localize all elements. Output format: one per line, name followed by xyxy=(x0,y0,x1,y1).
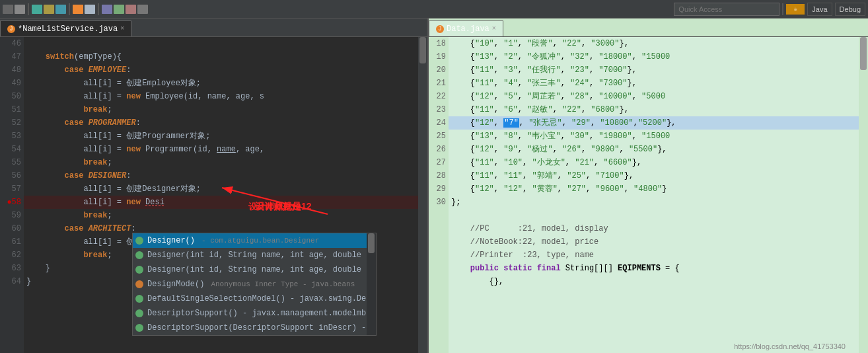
right-line-eqipments: public static final String[][] EQIPMENTS… xyxy=(449,262,859,275)
code-line-48: case EMPLOYEE: xyxy=(24,63,418,77)
ln-64: 64 xyxy=(3,275,21,288)
right-tab-bar: J Data.java × xyxy=(429,19,868,37)
ac-scrollbar[interactable] xyxy=(367,233,376,335)
toolbar-icon-10[interactable] xyxy=(137,5,148,14)
ac-icon-5 xyxy=(135,309,143,317)
right-line-comment2: //NoteBook:22, model, price xyxy=(449,235,859,249)
ln-51: 51 xyxy=(3,103,21,116)
code-line-56: case DESIGNER: xyxy=(24,169,418,182)
ln-48: 48 xyxy=(3,63,21,77)
right-line-18: {"10", "1", "段誉", "22", "3000"}, xyxy=(449,37,859,50)
ln-50: 50 xyxy=(3,90,21,103)
toolbar-java-icon: ☕ xyxy=(786,4,805,15)
ac-icon-6 xyxy=(135,324,143,332)
right-line-eqipments2: {}, xyxy=(449,275,859,288)
right-line-30: }; xyxy=(449,196,859,209)
code-line-59: break; xyxy=(24,209,418,222)
ln-53: 53 xyxy=(3,130,21,143)
right-line-22: {"12", "5", "周芷若", "28", "10000", "5000 xyxy=(449,90,859,103)
code-line-51: break; xyxy=(24,103,418,116)
ln-58: ●58 xyxy=(3,196,21,209)
right-tab-active[interactable]: J Data.java × xyxy=(429,20,503,36)
ln-46: 46 xyxy=(3,37,21,50)
autocomplete-dropdown[interactable]: Designer() - com.atguigu.bean.Designer D… xyxy=(132,233,377,336)
ac-icon-3 xyxy=(135,280,143,288)
toolbar-sep-2 xyxy=(69,3,70,15)
ln-47: 47 xyxy=(3,50,21,63)
autocomplete-item-0[interactable]: Designer() - com.atguigu.bean.Designer xyxy=(133,233,376,248)
ac-label-5: DescriptorSupport() - javax.management.m… xyxy=(147,306,376,321)
ln-57: 57 xyxy=(3,182,21,196)
ln-61: 61 xyxy=(3,235,21,249)
ln-62: 62 xyxy=(3,249,21,262)
toolbar: ☕ Java Debug xyxy=(0,0,868,19)
java-perspective-btn[interactable]: Java xyxy=(807,3,832,16)
code-line-58: all[i] = new Desi xyxy=(24,196,418,209)
right-line-29: {"12", "12", "黄蓉", "27", "9600", "4800"} xyxy=(449,182,859,196)
main-content: J *NameListService.java × 46 47 48 49 50… xyxy=(0,19,868,353)
right-line-numbers: 18 19 20 21 22 23 24 25 26 27 28 29 30 xyxy=(429,37,449,353)
quick-access-input[interactable] xyxy=(674,3,779,16)
ln-49: 49 xyxy=(3,77,21,90)
right-tab-close[interactable]: × xyxy=(492,25,496,32)
right-code-content[interactable]: {"10", "1", "段誉", "22", "3000"}, {"13", … xyxy=(449,37,859,353)
right-line-20: {"11", "3", "任我行", "23", "7000"}, xyxy=(449,63,859,77)
code-line-54: all[i] = new Programmer(id, name, age, xyxy=(24,143,418,156)
ac-label-2: Designer(int id, String name, int age, d… xyxy=(147,262,376,277)
ln-60: 60 xyxy=(3,222,21,235)
toolbar-icons xyxy=(3,3,674,15)
autocomplete-item-1[interactable]: Designer(int id, String name, int age, d… xyxy=(133,248,376,262)
left-tab-active[interactable]: J *NameListService.java × xyxy=(0,20,131,36)
quick-access-area: ☕ Java Debug xyxy=(674,3,865,16)
left-tab-title: *NameListService.java xyxy=(18,24,118,34)
toolbar-icon-run[interactable] xyxy=(73,5,83,14)
left-code-area[interactable]: 46 47 48 49 50 51 52 53 54 55 56 57 ●58 … xyxy=(0,37,427,353)
right-line-23: {"11", "6", "赵敏", "22", "6800"}, xyxy=(449,103,859,116)
ac-label-6: DescriptorSupport(DescriptorSupport inDe… xyxy=(147,321,376,335)
code-line-57: all[i] = 创建Designer对象; xyxy=(24,182,418,196)
right-code-area[interactable]: 18 19 20 21 22 23 24 25 26 27 28 29 30 xyxy=(429,37,868,353)
ac-label-1: Designer(int id, String name, int age, d… xyxy=(147,248,376,262)
ac-icon-1 xyxy=(135,251,143,259)
autocomplete-item-5[interactable]: DescriptorSupport() - javax.management.m… xyxy=(133,306,376,321)
code-line-50: all[i] = new Employee(id, name, age, s xyxy=(24,90,418,103)
toolbar-icon-7[interactable] xyxy=(102,5,112,14)
debug-perspective-btn[interactable]: Debug xyxy=(835,3,865,16)
toolbar-icon-5[interactable] xyxy=(55,5,66,14)
toolbar-icon-1[interactable] xyxy=(3,5,13,14)
ac-detail-0: - com.atguigu.bean.Designer xyxy=(201,233,319,248)
autocomplete-item-3[interactable]: DesignMode() Anonymous Inner Type - java… xyxy=(133,277,376,292)
right-line-25: {"13", "8", "韦小宝", "30", "19800", "15000 xyxy=(449,130,859,143)
autocomplete-item-6[interactable]: DescriptorSupport(DescriptorSupport inDe… xyxy=(133,321,376,335)
ln-54: 54 xyxy=(3,143,21,156)
toolbar-sep-4 xyxy=(782,3,783,15)
code-line-52: case PROGRAMMER: xyxy=(24,116,418,130)
ln-63: 63 xyxy=(3,262,21,275)
toolbar-icon-9[interactable] xyxy=(126,5,136,14)
toolbar-icon-4[interactable] xyxy=(44,5,54,14)
right-tab-title: Data.java xyxy=(447,24,489,34)
code-line-55: break; xyxy=(24,156,418,169)
right-line-comment1: //PC :21, model, display xyxy=(449,222,859,235)
ac-icon-0 xyxy=(135,237,143,245)
ac-scroll-thumb[interactable] xyxy=(368,233,375,253)
data-java-file-icon: J xyxy=(436,25,444,33)
autocomplete-item-2[interactable]: Designer(int id, String name, int age, d… xyxy=(133,262,376,277)
code-line-53: all[i] = 创建Programmer对象; xyxy=(24,130,418,143)
toolbar-icon-6[interactable] xyxy=(85,5,95,14)
autocomplete-item-4[interactable]: DefaultSingleSelectionModel() - javax.sw… xyxy=(133,292,376,306)
left-scroll-thumb[interactable] xyxy=(419,37,426,63)
ac-icon-2 xyxy=(135,266,143,274)
left-scrollbar[interactable] xyxy=(418,37,427,353)
right-scrollbar[interactable] xyxy=(859,37,868,353)
toolbar-icon-8[interactable] xyxy=(114,5,124,14)
toolbar-icon-2[interactable] xyxy=(15,5,25,14)
code-line-49: all[i] = 创建Employee对象; xyxy=(24,77,418,90)
toolbar-icon-3[interactable] xyxy=(32,5,42,14)
right-scroll-thumb[interactable] xyxy=(860,37,867,70)
ac-icon-4 xyxy=(135,295,143,303)
left-tab-close[interactable]: × xyxy=(120,25,124,32)
right-line-19: {"13", "2", "令狐冲", "32", "18000", "15000 xyxy=(449,50,859,63)
ac-detail-3: Anonymous Inner Type - java.beans xyxy=(211,277,355,292)
ln-59: 59 xyxy=(3,209,21,222)
